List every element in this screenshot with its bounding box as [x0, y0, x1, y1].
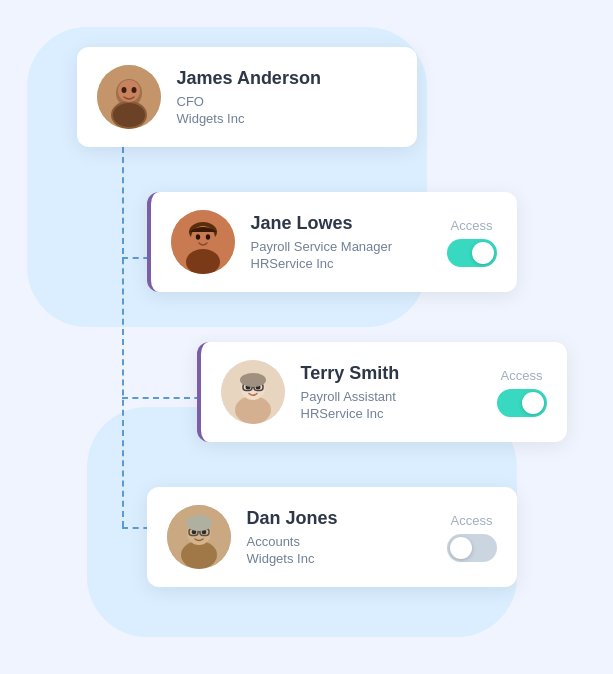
- card-info-jane: Jane Lowes Payroll Service Manager HRSer…: [251, 213, 435, 271]
- access-section-dan: Access: [447, 513, 497, 562]
- toggle-jane[interactable]: [447, 239, 497, 267]
- svg-point-23: [181, 541, 217, 569]
- access-label-terry: Access: [501, 368, 543, 383]
- company-dan: Widgets Inc: [247, 551, 435, 566]
- svg-point-30: [186, 515, 212, 531]
- name-terry: Terry Smith: [301, 363, 485, 384]
- card-james: James Anderson CFO Widgets Inc: [77, 47, 417, 147]
- access-label-jane: Access: [451, 218, 493, 233]
- avatar-dan: [167, 505, 231, 569]
- access-label-dan: Access: [451, 513, 493, 528]
- svg-point-11: [205, 234, 209, 240]
- svg-point-4: [121, 87, 126, 93]
- avatar-jane: [171, 210, 235, 274]
- company-jane: HRService Inc: [251, 256, 435, 271]
- card-jane: Jane Lowes Payroll Service Manager HRSer…: [147, 192, 517, 292]
- card-terry: Terry Smith Payroll Assistant HRService …: [197, 342, 567, 442]
- title-jane: Payroll Service Manager: [251, 238, 435, 256]
- name-jane: Jane Lowes: [251, 213, 435, 234]
- title-james: CFO: [177, 93, 397, 111]
- connector-vertical: [122, 147, 124, 527]
- company-james: Widgets Inc: [177, 111, 397, 126]
- access-section-terry: Access: [497, 368, 547, 417]
- scene: James Anderson CFO Widgets Inc Jane Lowe…: [27, 27, 587, 647]
- svg-point-12: [186, 249, 220, 274]
- svg-point-6: [113, 103, 145, 127]
- title-terry: Payroll Assistant: [301, 388, 485, 406]
- access-section-jane: Access: [447, 218, 497, 267]
- svg-point-5: [131, 87, 136, 93]
- name-james: James Anderson: [177, 68, 397, 89]
- title-dan: Accounts: [247, 533, 435, 551]
- svg-point-10: [195, 234, 199, 240]
- name-dan: Dan Jones: [247, 508, 435, 529]
- toggle-terry[interactable]: [497, 389, 547, 417]
- avatar-terry: [221, 360, 285, 424]
- company-terry: HRService Inc: [301, 406, 485, 421]
- toggle-dan[interactable]: [447, 534, 497, 562]
- card-info-james: James Anderson CFO Widgets Inc: [177, 68, 397, 126]
- avatar-james: [97, 65, 161, 129]
- svg-point-21: [240, 373, 266, 387]
- card-dan: Dan Jones Accounts Widgets Inc Access: [147, 487, 517, 587]
- card-info-dan: Dan Jones Accounts Widgets Inc: [247, 508, 435, 566]
- svg-point-14: [235, 396, 271, 424]
- card-info-terry: Terry Smith Payroll Assistant HRService …: [301, 363, 485, 421]
